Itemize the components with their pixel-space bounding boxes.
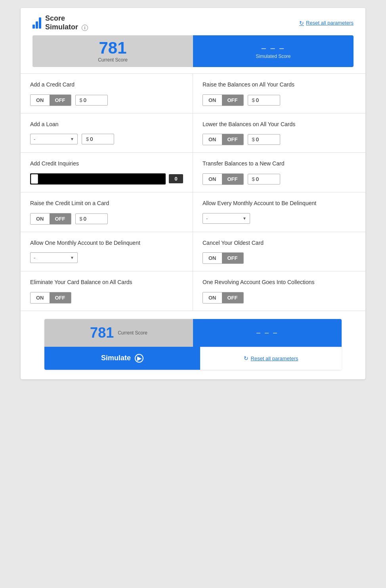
eliminate-balance-toggle[interactable]: ON OFF [30,292,71,304]
simulated-score-label: Simulated Score [256,54,290,59]
cell-raise-balances: Raise the Balances on All Your Cards ON … [193,74,365,113]
bottom-summary: 781 Current Score – – – Simulate ▶ ↻ Res… [44,319,342,370]
bottom-reset-icon: ↻ [244,355,248,361]
add-credit-card-toggle[interactable]: ON OFF [30,94,71,106]
lower-balances-toggle[interactable]: ON OFF [203,134,244,145]
inquiries-slider-thumb[interactable] [31,174,38,184]
lower-balances-dollar[interactable]: $ [248,134,280,145]
add-loan-label: Add a Loan [30,121,183,129]
raise-credit-limit-input[interactable] [84,216,103,222]
add-inquiries-controls: 0 [30,173,183,184]
cell-revolving-collections: One Revolving Account Goes Into Collecti… [193,271,365,311]
add-credit-card-label: Add a Credit Card [30,81,183,89]
allow-every-monthly-label: Allow Every Monthly Account to Be Delinq… [203,200,356,208]
revolving-collections-off[interactable]: OFF [222,292,243,303]
revolving-collections-on[interactable]: ON [203,292,222,303]
raise-credit-limit-on[interactable]: ON [31,213,50,224]
main-card: Score Simulator i ↻ Reset all parameters… [21,8,365,379]
lower-balances-controls: ON OFF $ [203,134,356,145]
score-bar: 781 Current Score – – – Simulated Score [32,35,354,67]
reset-all-button[interactable]: ↻ Reset all parameters [299,20,354,26]
allow-one-monthly-controls: - ▼ [30,252,183,263]
current-score-number: 781 [99,40,126,56]
add-credit-card-on[interactable]: ON [31,95,50,106]
cancel-oldest-card-label: Cancel Your Oldest Card [203,239,356,247]
inquiries-slider-track[interactable] [30,173,166,184]
cell-raise-credit-limit: Raise the Credit Limit on a Card ON OFF … [21,192,193,232]
header-left: Score Simulator i [32,14,88,31]
simulated-score-panel: – – – Simulated Score [193,35,354,67]
options-grid: Add a Credit Card ON OFF $ Raise the Bal… [21,73,365,311]
add-loan-input[interactable] [90,136,110,142]
add-loan-controls: - ▼ $ [30,134,183,144]
allow-one-monthly-dropdown[interactable]: - ▼ [30,252,78,263]
add-credit-card-off[interactable]: OFF [50,95,71,106]
raise-credit-limit-toggle[interactable]: ON OFF [30,213,71,225]
cell-add-inquiries: Add Credit Inquiries 0 [21,153,193,192]
transfer-balances-off[interactable]: OFF [222,174,243,184]
transfer-balances-controls: ON OFF $ [203,173,356,185]
add-loan-dropdown[interactable]: - ▼ [30,134,78,144]
allow-one-monthly-value: - [34,255,68,261]
revolving-collections-toggle[interactable]: ON OFF [203,292,244,304]
add-loan-dropdown-value: - [34,136,68,142]
bottom-simulated-dashes: – – – [256,329,278,337]
cancel-oldest-card-controls: ON OFF [203,252,356,264]
reset-icon: ↻ [299,20,304,26]
cell-lower-balances: Lower the Balances on All Your Cards ON … [193,113,365,153]
raise-credit-limit-off[interactable]: OFF [50,213,71,224]
header-title: Score Simulator i [45,14,88,31]
revolving-collections-label: One Revolving Account Goes Into Collecti… [203,279,356,286]
simulated-dashes: – – – [262,44,285,53]
raise-balances-on[interactable]: ON [203,95,222,106]
eliminate-balance-on[interactable]: ON [31,292,50,303]
transfer-balances-dollar[interactable]: $ [248,174,280,184]
bottom-reset-area: ↻ Reset all parameters [200,347,342,370]
eliminate-balance-off[interactable]: OFF [50,292,71,303]
info-icon[interactable]: i [82,25,88,31]
revolving-collections-controls: ON OFF [203,292,356,304]
allow-every-monthly-controls: - ▼ [203,213,356,224]
raise-balances-toggle[interactable]: ON OFF [203,94,244,106]
eliminate-balance-controls: ON OFF [30,292,183,304]
cancel-oldest-card-off[interactable]: OFF [222,253,243,263]
cell-add-loan: Add a Loan - ▼ $ [21,113,193,153]
raise-credit-limit-dollar[interactable]: $ [75,213,108,224]
transfer-balances-on[interactable]: ON [203,174,222,184]
bottom-simulated-panel: – – – [193,319,342,347]
current-score-panel: 781 Current Score [32,35,193,67]
raise-balances-controls: ON OFF $ [203,94,356,106]
raise-balances-input[interactable] [256,97,276,103]
header: Score Simulator i ↻ Reset all parameters [21,8,365,31]
add-credit-card-input[interactable] [84,97,103,103]
bottom-score-number: 781 [90,325,114,341]
raise-balances-dollar[interactable]: $ [248,95,280,106]
cell-add-credit-card: Add a Credit Card ON OFF $ [21,74,193,113]
transfer-balances-input[interactable] [256,176,276,182]
add-credit-card-dollar[interactable]: $ [75,95,108,106]
raise-balances-label: Raise the Balances on All Your Cards [203,81,356,89]
cell-allow-every-monthly: Allow Every Monthly Account to Be Delinq… [193,192,365,232]
bar-chart-icon [32,17,41,29]
bottom-actions: Simulate ▶ ↻ Reset all parameters [44,347,342,370]
bottom-current-score: 781 Current Score [44,319,193,347]
transfer-balances-toggle[interactable]: ON OFF [203,173,244,185]
raise-balances-off[interactable]: OFF [222,95,243,106]
simulate-circle-icon: ▶ [135,354,143,363]
inquiries-slider-value: 0 [169,174,183,183]
cancel-oldest-card-on[interactable]: ON [203,253,222,263]
lower-balances-off[interactable]: OFF [222,134,243,145]
lower-balances-on[interactable]: ON [203,134,222,145]
cancel-oldest-card-toggle[interactable]: ON OFF [203,252,244,264]
lower-balances-input[interactable] [256,136,276,142]
cell-allow-one-monthly: Allow One Monthly Account to Be Delinque… [21,232,193,272]
inquiries-slider-wrap: 0 [30,173,183,184]
allow-every-monthly-dropdown[interactable]: - ▼ [203,213,250,224]
add-inquiries-label: Add Credit Inquiries [30,160,183,168]
allow-one-monthly-label: Allow One Monthly Account to Be Delinque… [30,239,183,247]
add-loan-dollar[interactable]: $ [82,134,114,144]
simulate-button[interactable]: Simulate ▶ [44,347,200,370]
allow-every-monthly-value: - [206,215,240,221]
cell-eliminate-balance: Eliminate Your Card Balance on All Cards… [21,271,193,311]
bottom-reset-link[interactable]: Reset all parameters [251,355,298,361]
